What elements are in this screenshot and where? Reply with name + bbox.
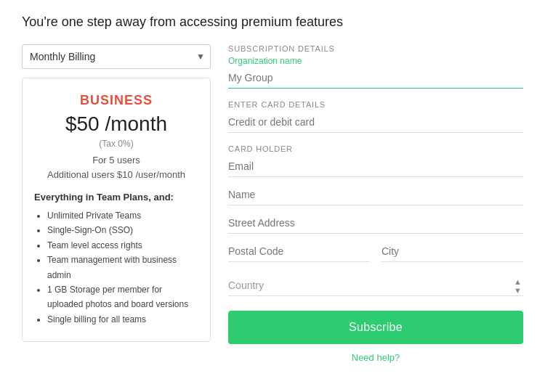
list-item: 1 GB Storage per member for uploaded pho…	[47, 282, 198, 312]
subscribe-button[interactable]: Subscribe	[228, 311, 523, 344]
list-item: Single billing for all teams	[47, 312, 198, 327]
plan-features-list: Unlimited Private Teams Single-Sign-On (…	[34, 208, 198, 327]
right-column: SUBSCRIPTION DETAILS Organization name E…	[228, 44, 523, 363]
page-title: You're one step away from accessing prem…	[22, 15, 523, 30]
list-item: Unlimited Private Teams	[47, 208, 198, 223]
plan-features-title: Everything in Team Plans, and:	[34, 192, 198, 203]
country-select[interactable]: Country United States United Kingdom Can…	[228, 275, 523, 296]
name-input[interactable]	[228, 184, 523, 205]
left-column: Monthly Billing Annual Billing ▼ BUSINES…	[22, 44, 211, 342]
address-field-wrap	[228, 213, 523, 234]
list-item: Team level access rights	[47, 238, 198, 253]
need-help-section: Need help?	[228, 351, 523, 363]
postal-city-row	[228, 241, 523, 265]
list-item: Single-Sign-On (SSO)	[47, 223, 198, 237]
card-input[interactable]	[228, 112, 523, 133]
plan-name: BUSINESS	[34, 93, 198, 108]
billing-select[interactable]: Monthly Billing Annual Billing	[22, 44, 211, 69]
plan-card: BUSINESS $50 /month (Tax 0%) For 5 users…	[22, 78, 211, 342]
org-name-input[interactable]	[228, 68, 523, 89]
need-help-link[interactable]: Need help?	[352, 352, 400, 363]
city-input[interactable]	[382, 241, 523, 262]
plan-tax: (Tax 0%)	[34, 139, 198, 149]
billing-select-wrapper: Monthly Billing Annual Billing ▼	[22, 44, 211, 69]
list-item: Team management with business admin	[47, 253, 198, 282]
card-section: ENTER CARD DETAILS	[228, 100, 523, 133]
address-input[interactable]	[228, 213, 523, 234]
name-field-wrap	[228, 184, 523, 205]
org-field-label: Organization name	[228, 56, 523, 66]
plan-users: For 5 users Additional users $10 /user/m…	[34, 153, 198, 181]
city-field-wrap	[382, 241, 523, 262]
card-section-label: ENTER CARD DETAILS	[228, 100, 523, 109]
email-field-wrap	[228, 156, 523, 177]
subscription-section-label: SUBSCRIPTION DETAILS	[228, 44, 523, 53]
cardholder-section: CARD HOLDER Country Un	[228, 144, 523, 296]
main-layout: Monthly Billing Annual Billing ▼ BUSINES…	[22, 44, 523, 363]
subscription-section: SUBSCRIPTION DETAILS Organization name	[228, 44, 523, 89]
country-select-wrapper: Country United States United Kingdom Can…	[228, 275, 523, 296]
postal-field-wrap	[228, 241, 370, 262]
email-input[interactable]	[228, 156, 523, 177]
postal-input[interactable]	[228, 241, 370, 262]
plan-price: $50 /month	[34, 113, 198, 136]
cardholder-section-label: CARD HOLDER	[228, 144, 523, 153]
